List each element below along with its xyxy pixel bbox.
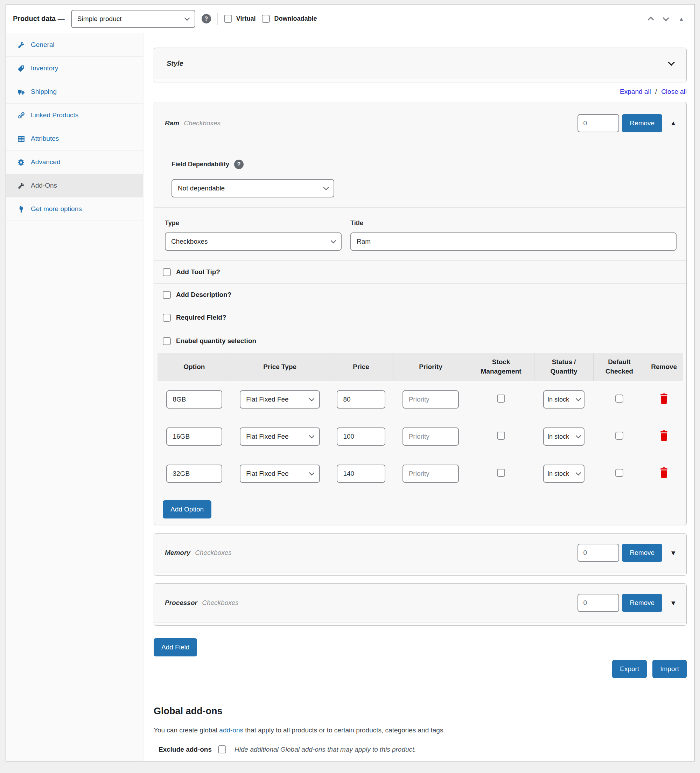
status-select[interactable]: In stock (543, 428, 585, 446)
downloadable-checkbox[interactable] (262, 15, 270, 23)
page-title: Product data — (13, 15, 65, 23)
wrench-icon (18, 182, 25, 189)
expand-field-icon[interactable]: ▼ (670, 549, 677, 556)
downloadable-option: Downloadable (262, 15, 317, 23)
field-title-input[interactable] (350, 232, 677, 251)
default-checked-checkbox[interactable] (615, 469, 623, 477)
tab-general[interactable]: General (6, 33, 143, 57)
tab-linked-products[interactable]: Linked Products (6, 104, 143, 127)
field-dependability-section: Field Dependability ? Not dependable (154, 144, 686, 207)
tab-label: Linked Products (31, 111, 79, 119)
tab-inventory[interactable]: Inventory (6, 57, 143, 80)
stock-management-checkbox[interactable] (497, 469, 505, 477)
tab-shipping[interactable]: Shipping (6, 80, 143, 104)
gear-icon (18, 159, 25, 166)
export-button[interactable]: Export (612, 660, 647, 678)
col-status-quantity: Status / Quantity (534, 353, 593, 381)
option-input[interactable] (166, 428, 222, 446)
style-panel-header[interactable]: Style (154, 48, 686, 79)
field-type-select[interactable]: Checkboxes (165, 232, 342, 251)
tab-advanced[interactable]: Advanced (6, 151, 143, 174)
chevron-down-icon (184, 15, 190, 21)
price-type-value: Flat Fixed Fee (246, 396, 288, 403)
delete-option-button[interactable] (659, 393, 669, 406)
field-title: Memory Checkboxes (165, 549, 232, 557)
enable-quantity-row: Enabel quantity selection (154, 329, 686, 353)
chevron-down-icon (324, 185, 329, 191)
remove-field-button[interactable]: Remove (622, 544, 662, 562)
expand-close-row: Expand all / Close all (154, 88, 687, 95)
expand-field-icon[interactable]: ▼ (670, 600, 677, 606)
move-up-icon[interactable] (647, 16, 654, 23)
field-order-input[interactable] (577, 114, 619, 132)
exclude-addons-note: Hide additional Global add-ons that may … (235, 746, 416, 753)
priority-input[interactable] (403, 390, 459, 409)
option-input[interactable] (166, 390, 222, 409)
add-description-checkbox[interactable] (163, 291, 171, 299)
col-default-checked: Default Checked (593, 353, 645, 381)
expand-all-link[interactable]: Expand all (620, 88, 651, 95)
stock-management-checkbox[interactable] (497, 432, 505, 440)
price-type-select[interactable]: Flat Fixed Fee (240, 390, 320, 409)
price-input[interactable] (337, 428, 385, 446)
field-controls: Remove ▲ (577, 114, 677, 132)
virtual-option: Virtual (224, 15, 256, 23)
help-icon[interactable]: ? (234, 160, 243, 169)
collapse-field-icon[interactable]: ▲ (670, 120, 677, 127)
add-description-label: Add Description? (176, 291, 231, 299)
priority-input[interactable] (403, 428, 459, 446)
product-type-select[interactable]: Simple product (71, 10, 195, 28)
remove-field-button[interactable]: Remove (622, 114, 662, 132)
price-input[interactable] (337, 465, 385, 483)
help-icon[interactable]: ? (202, 14, 211, 23)
default-checked-checkbox[interactable] (615, 432, 623, 440)
required-field-checkbox[interactable] (163, 314, 171, 322)
tab-label: General (31, 41, 54, 49)
tab-label: Inventory (31, 64, 58, 72)
move-down-icon[interactable] (662, 15, 669, 21)
close-all-link[interactable]: Close all (661, 88, 687, 95)
global-addons-heading: Global add-ons (154, 706, 687, 717)
field-dependability-select[interactable]: Not dependable (171, 179, 334, 197)
option-row: Flat Fixed Fee In stock (158, 381, 683, 418)
field-panel-ram: Ram Checkboxes Remove ▲ Field Dependabil… (154, 102, 687, 525)
add-tooltip-checkbox[interactable] (163, 268, 171, 276)
delete-option-button[interactable] (659, 467, 669, 480)
divider (154, 698, 687, 698)
import-button[interactable]: Import (652, 660, 687, 678)
chevron-down-icon (309, 433, 315, 439)
option-input[interactable] (166, 465, 222, 483)
add-ons-link[interactable]: add-ons (219, 727, 243, 734)
status-select[interactable]: In stock (543, 390, 585, 409)
add-description-row: Add Description? (154, 284, 686, 306)
add-option-button[interactable]: Add Option (163, 500, 211, 518)
price-type-select[interactable]: Flat Fixed Fee (240, 428, 320, 446)
price-input[interactable] (337, 390, 385, 409)
required-field-row: Required Field? (154, 306, 686, 329)
exclude-addons-checkbox[interactable] (218, 745, 226, 753)
remove-field-button[interactable]: Remove (622, 594, 662, 612)
field-order-input[interactable] (577, 544, 619, 562)
price-type-select[interactable]: Flat Fixed Fee (240, 465, 320, 483)
stock-management-checkbox[interactable] (497, 395, 505, 403)
enable-quantity-checkbox[interactable] (163, 337, 171, 345)
tab-label: Add-Ons (31, 182, 57, 189)
chevron-down-icon[interactable] (668, 59, 675, 66)
status-select[interactable]: In stock (543, 465, 585, 483)
field-panel-processor: Processor Checkboxes Remove ▼ (154, 583, 687, 626)
tab-add-ons[interactable]: Add-Ons (6, 174, 143, 197)
required-field-label: Required Field? (176, 314, 227, 321)
add-field-button[interactable]: Add Field (154, 638, 197, 656)
tab-attributes[interactable]: Attributes (6, 127, 143, 151)
field-name: Processor (165, 599, 197, 606)
delete-option-button[interactable] (659, 430, 669, 443)
priority-input[interactable] (403, 465, 459, 483)
default-checked-checkbox[interactable] (615, 395, 623, 403)
field-order-input[interactable] (577, 594, 619, 612)
trash-icon (659, 430, 669, 442)
collapse-panel-icon[interactable]: ▲ (679, 16, 684, 21)
virtual-checkbox[interactable] (224, 15, 232, 23)
chevron-down-icon (576, 396, 581, 401)
tab-get-more-options[interactable]: Get more options (6, 197, 143, 221)
divider (217, 13, 218, 25)
